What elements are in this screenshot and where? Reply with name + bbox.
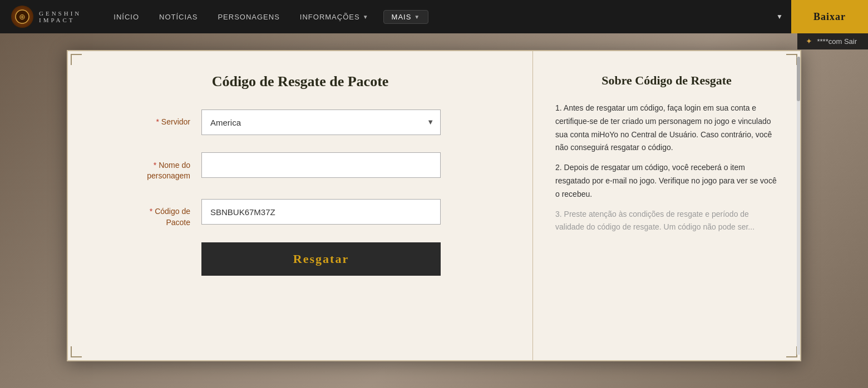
user-bar-text[interactable]: ****com Sair (817, 37, 857, 46)
nav-informacoes[interactable]: INFORMAÇÕES ▼ (290, 0, 379, 33)
user-bar: ✦ ****com Sair (797, 33, 868, 49)
logo-text: GENSHIN IMPACT (39, 10, 81, 23)
corner-bl-decoration (71, 346, 82, 357)
mais-chevron-icon: ▼ (414, 14, 420, 20)
server-label: *Servidor (101, 117, 190, 128)
info-paragraph-1: 1. Antes de resgatar um código, faça log… (555, 102, 778, 155)
character-name-input[interactable] (201, 152, 441, 178)
nav-noticias[interactable]: NOTÍCIAS (149, 0, 208, 33)
sparkle-icon: ✦ (806, 37, 812, 46)
character-label: *Nome do personagem (101, 149, 190, 182)
server-select-wrapper: America Europe Asia TW, HK, MO ▼ (201, 110, 441, 135)
informacoes-chevron-icon: ▼ (363, 14, 369, 20)
required-star-server: * (156, 117, 159, 126)
nav-logo[interactable]: ⊕ GENSHIN IMPACT (11, 6, 81, 28)
code-label: *Código de Pacote (101, 196, 190, 228)
nav-mais[interactable]: Mais ▼ (383, 10, 429, 24)
code-input[interactable] (201, 199, 441, 225)
nav-inicio[interactable]: INÍCIO (103, 0, 149, 33)
corner-tl-decoration (71, 54, 82, 65)
info-title: Sobre Código de Resgate (555, 73, 778, 88)
svg-text:⊕: ⊕ (19, 13, 26, 21)
nav-chevron-down-icon[interactable]: ▼ (768, 13, 791, 21)
baixar-button[interactable]: Baixar (791, 0, 868, 33)
scrollbar[interactable] (797, 57, 800, 355)
code-row: *Código de Pacote (101, 196, 499, 228)
modal-card: Código de Resgate de Pacote *Servidor Am… (67, 50, 801, 361)
right-panel: Sobre Código de Resgate 1. Antes de resg… (533, 51, 800, 360)
character-row: *Nome do personagem (101, 149, 499, 182)
server-select[interactable]: America Europe Asia TW, HK, MO (201, 110, 441, 135)
info-paragraph-3: 3. Preste atenção às condições de resgat… (555, 208, 778, 235)
info-text: 1. Antes de resgatar um código, faça log… (555, 102, 778, 234)
navbar: ⊕ GENSHIN IMPACT INÍCIO NOTÍCIAS PERSONA… (0, 0, 868, 33)
scrollbar-thumb[interactable] (797, 57, 800, 101)
main-content: Código de Resgate de Pacote *Servidor Am… (0, 33, 868, 388)
server-row: *Servidor America Europe Asia TW, HK, MO… (101, 110, 499, 135)
form-title: Código de Resgate de Pacote (101, 73, 499, 90)
nav-right: ▼ Baixar (768, 0, 868, 33)
submit-button[interactable]: Resgatar (201, 242, 441, 276)
required-star-character: * (154, 161, 156, 170)
required-star-code: * (150, 207, 152, 216)
nav-personagens[interactable]: PERSONAGENS (208, 0, 289, 33)
logo-icon: ⊕ (11, 6, 33, 28)
nav-links: INÍCIO NOTÍCIAS PERSONAGENS INFORMAÇÕES … (103, 0, 768, 33)
info-paragraph-2: 2. Depois de resgatar um código, você re… (555, 161, 778, 201)
left-panel: Código de Resgate de Pacote *Servidor Am… (68, 51, 533, 360)
